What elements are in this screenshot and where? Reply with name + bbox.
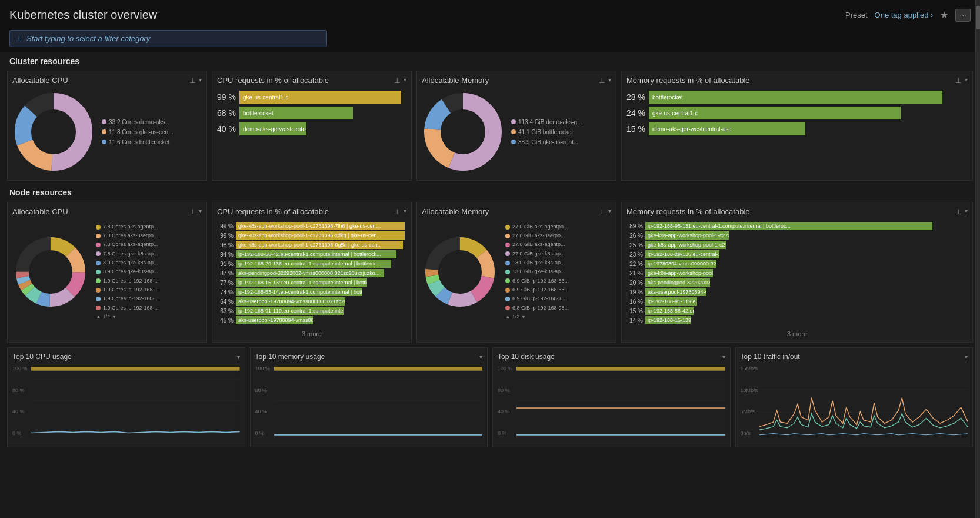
bottom-panels: Top 10 CPU usage ▾ 100 % 80 % 40 % 0 % <box>0 345 980 450</box>
page-title: Kubernetes cluster overview <box>9 8 157 22</box>
bar-row: 63 %ip-192-168-91-119.eu-central-1.compu… <box>217 307 406 315</box>
bar-row: 15 %ip-192-168-56-42.eu-central-1.comput… <box>626 307 968 315</box>
top10-memory-title: Top 10 memory usage ▾ <box>255 353 483 361</box>
svg-rect-39 <box>274 367 483 371</box>
scrollbar[interactable] <box>975 0 980 518</box>
more-link[interactable]: 3 more <box>626 328 968 337</box>
search-bar-wrap: ⊥ Start typing to select a filter catego… <box>0 26 980 52</box>
donut-chart <box>422 222 498 322</box>
top10-disk-panel: Top 10 disk usage ▾ 100 % 80 % 40 % 0 % <box>492 347 731 447</box>
bar-row: 89 %ip-192-168-95-131.eu-central-1.compu… <box>626 222 968 230</box>
chevron-down-icon[interactable]: ▾ <box>404 77 406 85</box>
disk-sparkline-container: 100 % 80 % 40 % 0 % <box>498 366 725 436</box>
top10-traffic-panel: Top 10 traffic in/out ▾ 15Mb/s 10Mb/s 5M… <box>735 347 974 447</box>
cluster-panels-row: Allocatable CPU ⊥ ▾ 33.2 Cores demo-aks.… <box>0 68 980 183</box>
cluster-memory-requests-bars: 28 % bottlerocket 24 % gke-us-central1-c… <box>626 88 968 141</box>
memory-sparkline-container: 100 % 80 % 40 % 0 % <box>255 366 483 436</box>
tag-link[interactable]: One tag applied › <box>875 11 934 19</box>
donut-chart <box>12 222 89 322</box>
bar-row: 99 %gke-k8s-app-workshop-pool-1-c2731396… <box>217 222 406 230</box>
cpu-sparkline <box>31 366 240 436</box>
chevron-down-icon[interactable]: ▾ <box>608 77 611 85</box>
more-link[interactable]: 3 more <box>217 328 406 337</box>
chevron-down-icon[interactable]: ▾ <box>199 208 202 216</box>
node-alloc-cpu-title: Allocatable CPU ⊥ ▾ <box>12 207 202 216</box>
y-axis: 15Mb/s 10Mb/s 5Mb/s 0b/s <box>741 366 758 436</box>
cluster-alloc-cpu-donut: 33.2 Cores demo-aks... 11.8 Cores gke-us… <box>12 88 202 175</box>
bar-row: 23 %ip-192-168-29-136.eu-central-1.compu… <box>626 250 968 258</box>
chevron-down-icon[interactable]: ▾ <box>199 77 202 85</box>
search-placeholder: Start typing to select a filter category <box>26 34 150 43</box>
bar-row: 64 %aks-userpool-19780894-vmss000000.021… <box>217 297 406 306</box>
cluster-alloc-memory-donut: 113.4 GiB demo-aks-g... 41.1 GiB bottler… <box>422 88 611 175</box>
node-alloc-memory-panel: Allocatable Memory ⊥ ▾ 27.0 GiB aks-agen… <box>416 202 616 343</box>
filter-icon[interactable]: ⊥ <box>394 208 400 216</box>
cluster-memory-requests-title: Memory requests in % of allocatable ⊥ ▾ <box>626 76 968 85</box>
node-alloc-memory-title: Allocatable Memory ⊥ ▾ <box>422 207 611 216</box>
cluster-alloc-memory-panel: Allocatable Memory ⊥ ▾ 113.4 GiB demo-ak… <box>416 71 616 181</box>
bar-row: 40 % demo-aks-gerwestcentral-asc <box>217 122 406 135</box>
node-alloc-cpu-panel: Allocatable CPU ⊥ ▾ 7.8 Cores ak <box>7 202 207 343</box>
node-alloc-cpu-legend: 7.8 Cores aks-agentp... 7.8 Cores aks-us… <box>96 223 159 321</box>
node-panels-row: Allocatable CPU ⊥ ▾ 7.8 Cores ak <box>0 200 980 345</box>
traffic-chart-svg-area <box>759 366 968 436</box>
filter-icon[interactable]: ⊥ <box>189 208 195 216</box>
chevron-down-icon[interactable]: ▾ <box>965 77 968 85</box>
chevron-down-icon[interactable]: ▾ <box>237 354 240 360</box>
memory-sparkline <box>274 366 483 436</box>
node-cpu-requests-panel: CPU requests in % of allocatable ⊥ ▾ 99 … <box>212 202 412 343</box>
cluster-cpu-requests-title: CPU requests in % of allocatable ⊥ ▾ <box>217 76 406 85</box>
chevron-down-icon[interactable]: ▾ <box>965 208 968 216</box>
y-axis: 100 % 80 % 40 % 0 % <box>12 366 30 436</box>
memory-chart-svg-area <box>274 366 483 436</box>
chevron-down-icon[interactable]: ▾ <box>722 354 725 360</box>
chevron-down-icon[interactable]: ▾ <box>608 208 611 216</box>
bar-row: 68 % bottlerocket <box>217 107 406 119</box>
filter-icon[interactable]: ⊥ <box>189 77 195 85</box>
bar-row: 45 %aks-userpool-19780894-vmss000001.021… <box>217 316 406 324</box>
y-axis: 100 % 80 % 40 % 0 % <box>255 366 273 436</box>
header: Kubernetes cluster overview Preset One t… <box>0 0 980 26</box>
svg-rect-33 <box>31 367 240 371</box>
chevron-down-icon[interactable]: ▾ <box>479 354 482 360</box>
disk-chart-svg-area <box>516 366 725 436</box>
filter-icon[interactable]: ⊥ <box>955 77 961 85</box>
filter-icon[interactable]: ⊥ <box>599 208 605 216</box>
bar-row: 26 %gke-k8s-app-workshop-pool-1-c2731396… <box>626 231 968 240</box>
node-section-label: Node resources <box>0 183 980 200</box>
filter-icon[interactable]: ⊥ <box>394 77 400 85</box>
bar-row: 99 %gke-k8s-app-workshop-pool-1-c2731396… <box>217 231 406 240</box>
filter-icon[interactable]: ⊥ <box>599 77 605 85</box>
cluster-alloc-cpu-title: Allocatable CPU ⊥ ▾ <box>12 76 202 85</box>
chevron-down-icon[interactable]: ▾ <box>965 354 968 360</box>
bar-row: 14 %ip-192-168-15-139.eu-central-1.compu… <box>626 316 968 324</box>
disk-sparkline <box>516 366 725 436</box>
traffic-sparkline <box>759 366 968 436</box>
node-alloc-cpu-donut: 7.8 Cores aks-agentp... 7.8 Cores aks-us… <box>12 220 202 324</box>
preset-label: Preset <box>845 11 868 19</box>
more-button[interactable]: ··· <box>955 9 971 22</box>
cluster-alloc-cpu-panel: Allocatable CPU ⊥ ▾ 33.2 Cores demo-aks.… <box>7 71 207 181</box>
bar-row: 74 %ip-192-168-53-14.eu-central-1.comput… <box>217 288 406 296</box>
filter-icon[interactable]: ⊥ <box>955 208 961 216</box>
donut-chart <box>12 91 95 173</box>
cluster-alloc-cpu-legend: 33.2 Cores demo-aks... 11.8 Cores gke-us… <box>102 117 174 147</box>
bar-row: 16 %ip-192-168-91-119.eu-central-1.compu… <box>626 297 968 306</box>
scrollbar-thumb[interactable] <box>976 6 980 29</box>
search-bar[interactable]: ⊥ Start typing to select a filter catego… <box>9 30 327 47</box>
svg-rect-45 <box>516 367 725 371</box>
cluster-cpu-requests-panel: CPU requests in % of allocatable ⊥ ▾ 99 … <box>212 71 412 181</box>
node-memory-requests-panel: Memory requests in % of allocatable ⊥ ▾ … <box>621 202 973 343</box>
cluster-section-label: Cluster resources <box>0 52 980 68</box>
cluster-cpu-requests-bars: 99 % gke-us-central1-c 68 % bottlerocket… <box>217 88 406 141</box>
bar-row: 25 %gke-k8s-app-workshop-pool-1-c2731396… <box>626 241 968 249</box>
donut-chart <box>422 91 504 173</box>
bar-row: 20 %aks-pendingpod-32292002-vmss000000.0… <box>626 278 968 287</box>
bar-row: 24 % gke-us-central1-c <box>626 107 968 119</box>
chevron-down-icon[interactable]: ▾ <box>404 208 406 216</box>
bar-row: 99 % gke-us-central1-c <box>217 91 406 104</box>
node-memory-requests-title: Memory requests in % of allocatable ⊥ ▾ <box>626 207 968 216</box>
cluster-alloc-memory-title: Allocatable Memory ⊥ ▾ <box>422 76 611 85</box>
bar-row: 28 % bottlerocket <box>626 91 968 104</box>
star-icon[interactable]: ★ <box>940 9 948 21</box>
